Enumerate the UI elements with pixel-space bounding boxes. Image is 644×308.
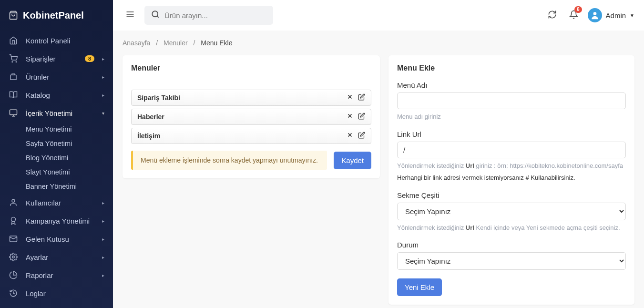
subnav-menu[interactable]: Menu Yönetimi xyxy=(0,122,113,136)
breadcrumb-home[interactable]: Anasayfa xyxy=(123,39,150,47)
name-label: Menü Adı xyxy=(397,81,626,89)
logo-icon xyxy=(9,9,18,22)
avatar xyxy=(588,8,602,22)
url-input[interactable] xyxy=(397,142,626,158)
nav-logs[interactable]: Loglar xyxy=(0,284,113,302)
badge: 8 xyxy=(85,55,94,62)
url-label: Link Url xyxy=(397,130,626,138)
menu-row[interactable]: Sipariş Takibi xyxy=(131,90,371,106)
edit-icon[interactable] xyxy=(358,132,365,140)
chevron-right-icon: ▸ xyxy=(102,92,104,98)
subnav-blog[interactable]: Blog Yönetimi xyxy=(0,151,113,165)
add-button[interactable]: Yeni Ekle xyxy=(397,278,442,296)
brand-label: KobinetPanel xyxy=(23,10,84,21)
notifications-button[interactable]: 6 xyxy=(566,7,581,24)
menu-label: İletişim xyxy=(137,132,160,140)
menu-label: Sipariş Takibi xyxy=(137,94,180,102)
main: 6 Admin ▼ Anasayfa / Menuler / Menu Ekle xyxy=(113,0,644,308)
award-icon xyxy=(9,216,18,225)
nav-campaigns[interactable]: Kampanya Yönetimi ▸ xyxy=(0,212,113,230)
nav-settings[interactable]: Ayarlar ▸ xyxy=(0,248,113,266)
breadcrumb-sep: / xyxy=(156,39,158,47)
header: 6 Admin ▼ xyxy=(113,0,644,31)
home-icon xyxy=(9,36,18,45)
user-icon xyxy=(9,198,18,207)
nav-label: Kampanya Yönetimi xyxy=(26,217,94,225)
edit-icon[interactable] xyxy=(358,93,365,102)
subnav-label: Sayfa Yönetimi xyxy=(26,140,72,147)
gear-icon xyxy=(9,253,18,261)
chevron-down-icon: ▾ xyxy=(102,111,104,116)
chevron-right-icon: ▸ xyxy=(102,273,104,278)
svg-point-0 xyxy=(12,62,13,62)
chart-icon xyxy=(9,271,18,279)
nav-content[interactable]: İçerik Yönetimi ▾ xyxy=(0,104,113,122)
svg-point-12 xyxy=(152,11,158,17)
cart-icon xyxy=(9,54,18,63)
nav-catalog[interactable]: Katalog ▸ xyxy=(0,86,113,104)
nav-dashboard[interactable]: Kontrol Paneli xyxy=(0,31,113,50)
nav: Kontrol Paneli Siparişler 8 ▸ Ürünler ▸ … xyxy=(0,31,113,302)
nav-label: Katalog xyxy=(26,91,94,99)
nav-label: Kullanıcılar xyxy=(26,199,94,207)
url-help-2: Herhangi bir link adresi vermek istemiyo… xyxy=(397,173,626,183)
delete-icon[interactable] xyxy=(347,93,353,102)
breadcrumb-mid[interactable]: Menuler xyxy=(164,39,188,47)
url-help-1: Yönlendirmek istediğiniz Url giriniz : ö… xyxy=(397,161,626,171)
chevron-right-icon: ▸ xyxy=(102,56,104,62)
nav-orders[interactable]: Siparişler 8 ▸ xyxy=(0,50,113,68)
nav-inbox[interactable]: Gelen Kutusu ▸ xyxy=(0,230,113,248)
chevron-right-icon: ▸ xyxy=(102,255,104,260)
breadcrumb-sep: / xyxy=(194,39,195,47)
subnav-slide[interactable]: Slayt Yönetimi xyxy=(0,165,113,179)
search-input[interactable] xyxy=(164,11,266,20)
delete-icon[interactable] xyxy=(347,132,353,140)
user-name: Admin xyxy=(606,11,626,20)
nav-label: Siparişler xyxy=(26,55,77,63)
nav-label: Ürünler xyxy=(26,73,94,81)
breadcrumb-active: Menu Ekle xyxy=(201,39,232,47)
status-select[interactable]: Seçim Yapınız xyxy=(397,252,626,270)
nav-label: Raporlar xyxy=(26,271,94,279)
sidebar: KobinetPanel Kontrol Paneli Siparişler 8… xyxy=(0,0,113,308)
chevron-right-icon: ▸ xyxy=(102,218,104,224)
card-title: Menu Ekle xyxy=(397,64,626,72)
brand: KobinetPanel xyxy=(0,0,113,31)
menu-row[interactable]: İletişim xyxy=(131,128,371,144)
nav-reports[interactable]: Raporlar ▸ xyxy=(0,266,113,284)
subnav-label: Blog Yönetimi xyxy=(26,154,68,162)
nav-users[interactable]: Kullanıcılar ▸ xyxy=(0,194,113,212)
nav-label: İçerik Yönetimi xyxy=(26,109,94,117)
svg-point-8 xyxy=(12,256,15,258)
subnav-page[interactable]: Sayfa Yönetimi xyxy=(0,136,113,151)
status-label: Durum xyxy=(397,241,626,249)
svg-rect-2 xyxy=(10,110,17,115)
menu-row[interactable]: Haberler xyxy=(131,109,371,125)
content: Anasayfa / Menuler / Menu Ekle Menuler S… xyxy=(113,31,644,308)
nav-products[interactable]: Ürünler ▸ xyxy=(0,68,113,86)
history-icon xyxy=(9,289,18,298)
menu-label: Haberler xyxy=(137,113,164,121)
monitor-icon xyxy=(9,109,18,117)
subnav-content: Menu Yönetimi Sayfa Yönetimi Blog Yöneti… xyxy=(0,122,113,194)
menus-card: Menuler Sipariş Takibi Haberler xyxy=(123,55,380,178)
delete-icon[interactable] xyxy=(347,113,353,121)
nav-label: Gelen Kutusu xyxy=(26,235,94,243)
subnav-label: Slayt Yönetimi xyxy=(26,168,70,176)
tab-label: Sekme Çeşiti xyxy=(397,191,626,199)
tab-select[interactable]: Seçim Yapınız xyxy=(397,203,626,220)
subnav-banner[interactable]: Banner Yönetimi xyxy=(0,179,113,194)
mail-icon xyxy=(9,235,18,243)
nav-label: Ayarlar xyxy=(26,253,94,261)
nav-label: Kontrol Paneli xyxy=(26,37,104,45)
refresh-button[interactable] xyxy=(545,7,560,24)
menu-toggle[interactable] xyxy=(123,7,138,24)
search-box[interactable] xyxy=(144,6,273,25)
name-input[interactable] xyxy=(397,92,626,109)
save-button[interactable]: Kaydet xyxy=(334,152,371,169)
card-title: Menuler xyxy=(131,64,371,72)
user-menu[interactable]: Admin ▼ xyxy=(588,8,634,22)
svg-point-5 xyxy=(12,199,15,202)
book-icon xyxy=(9,91,18,99)
edit-icon[interactable] xyxy=(358,113,365,121)
